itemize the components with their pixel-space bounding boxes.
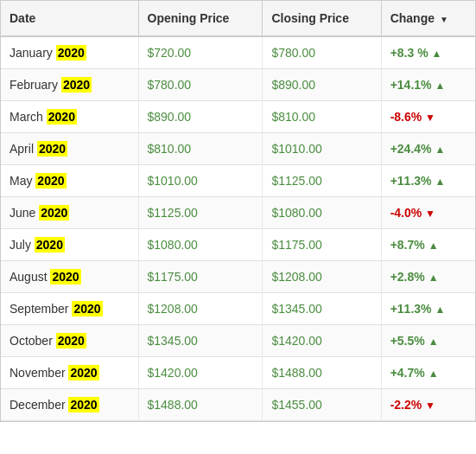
change-value: +14.1% ▲ xyxy=(390,78,446,92)
table-row: February 2020$780.00$890.00+14.1% ▲ xyxy=(1,69,475,101)
date-cell: October 2020 xyxy=(1,325,138,357)
year-label: 2020 xyxy=(56,333,86,348)
change-cell: +4.7% ▲ xyxy=(381,357,475,389)
table-row: October 2020$1345.00$1420.00+5.5% ▲ xyxy=(1,325,475,357)
opening-price-cell: $1208.00 xyxy=(138,293,263,325)
month-label: November xyxy=(10,366,68,380)
closing-price-cell: $780.00 xyxy=(263,36,381,69)
date-cell: February 2020 xyxy=(1,69,138,101)
date-cell: August 2020 xyxy=(1,261,138,293)
table-row: January 2020$720.00$780.00+8.3 % ▲ xyxy=(1,36,475,69)
table-row: July 2020$1080.00$1175.00+8.7% ▲ xyxy=(1,229,475,261)
year-label: 2020 xyxy=(35,237,65,253)
date-cell: December 2020 xyxy=(1,389,138,421)
up-arrow-icon: ▲ xyxy=(428,272,439,284)
month-label: December xyxy=(10,398,68,412)
change-cell: +11.3% ▲ xyxy=(381,293,475,325)
closing-price-cell: $1010.00 xyxy=(263,133,381,165)
change-value: +2.8% ▲ xyxy=(390,270,439,284)
up-arrow-icon: ▲ xyxy=(435,176,445,188)
month-label: October xyxy=(10,334,56,348)
change-cell: +8.3 % ▲ xyxy=(381,36,475,69)
table-row: June 2020$1125.00$1080.00-4.0% ▼ xyxy=(1,197,475,229)
date-cell: May 2020 xyxy=(1,165,138,197)
month-label: May xyxy=(10,174,35,188)
up-arrow-icon: ▲ xyxy=(428,368,439,380)
opening-price-cell: $1125.00 xyxy=(138,197,263,229)
change-cell: -4.0% ▼ xyxy=(381,197,475,229)
change-cell: +24.4% ▲ xyxy=(381,133,475,165)
month-label: April xyxy=(10,142,37,156)
closing-price-cell: $1488.00 xyxy=(263,357,381,389)
table-row: December 2020$1488.00$1455.00-2.2% ▼ xyxy=(1,389,475,421)
closing-price-cell: $1420.00 xyxy=(263,325,381,357)
opening-price-cell: $1345.00 xyxy=(138,325,263,357)
month-label: February xyxy=(10,78,61,92)
opening-price-cell: $1488.00 xyxy=(138,389,263,421)
year-label: 2020 xyxy=(39,205,69,221)
change-value: -8.6% ▼ xyxy=(390,110,435,124)
change-value: +8.7% ▲ xyxy=(390,238,439,252)
opening-price-cell: $720.00 xyxy=(138,36,263,69)
year-label: 2020 xyxy=(61,77,92,93)
table-header-row: Date Opening Price Closing Price Change … xyxy=(1,1,475,36)
table-row: November 2020$1420.00$1488.00+4.7% ▲ xyxy=(1,357,475,389)
change-cell: +14.1% ▲ xyxy=(381,69,475,101)
date-header[interactable]: Date xyxy=(1,1,138,36)
month-label: September xyxy=(10,302,72,316)
closing-price-cell: $1080.00 xyxy=(263,197,381,229)
up-arrow-icon: ▲ xyxy=(435,80,445,92)
closing-price-cell: $1125.00 xyxy=(263,165,381,197)
change-cell: +2.8% ▲ xyxy=(381,261,475,293)
month-label: March xyxy=(10,110,47,124)
year-label: 2020 xyxy=(37,141,67,157)
closing-price-cell: $1345.00 xyxy=(263,293,381,325)
year-label: 2020 xyxy=(47,109,77,125)
date-cell: April 2020 xyxy=(1,133,138,165)
up-arrow-icon: ▲ xyxy=(432,48,442,60)
up-arrow-icon: ▲ xyxy=(435,304,445,316)
date-cell: June 2020 xyxy=(1,197,138,229)
year-label: 2020 xyxy=(68,397,98,412)
change-value: +5.5% ▲ xyxy=(390,334,439,348)
table-row: May 2020$1010.00$1125.00+11.3% ▲ xyxy=(1,165,475,197)
year-label: 2020 xyxy=(50,269,80,285)
change-cell: +8.7% ▲ xyxy=(381,229,475,261)
change-header[interactable]: Change ▼ xyxy=(381,1,475,36)
change-value: +11.3% ▲ xyxy=(390,302,446,316)
year-label: 2020 xyxy=(56,45,86,61)
year-label: 2020 xyxy=(72,301,102,317)
change-cell: +11.3% ▲ xyxy=(381,165,475,197)
price-table-container: Date Opening Price Closing Price Change … xyxy=(0,0,476,422)
month-label: June xyxy=(10,206,39,220)
closing-price-cell: $1208.00 xyxy=(263,261,381,293)
year-label: 2020 xyxy=(35,173,66,189)
year-label: 2020 xyxy=(68,365,98,380)
opening-price-cell: $810.00 xyxy=(138,133,263,165)
table-row: September 2020$1208.00$1345.00+11.3% ▲ xyxy=(1,293,475,325)
opening-price-cell: $1010.00 xyxy=(138,165,263,197)
opening-price-cell: $890.00 xyxy=(138,101,263,133)
change-cell: +5.5% ▲ xyxy=(381,325,475,357)
month-label: January xyxy=(10,46,56,60)
up-arrow-icon: ▲ xyxy=(428,240,439,252)
date-cell: January 2020 xyxy=(1,36,138,69)
month-label: July xyxy=(10,238,35,252)
change-value: -2.2% ▼ xyxy=(390,398,435,412)
closing-price-cell: $1175.00 xyxy=(263,229,381,261)
change-value: +8.3 % ▲ xyxy=(390,46,442,60)
date-cell: November 2020 xyxy=(1,357,138,389)
date-cell: July 2020 xyxy=(1,229,138,261)
table-row: August 2020$1175.00$1208.00+2.8% ▲ xyxy=(1,261,475,293)
closing-price-cell: $810.00 xyxy=(263,101,381,133)
down-arrow-icon: ▼ xyxy=(425,208,435,220)
closing-price-cell: $1455.00 xyxy=(263,389,381,421)
change-value: +4.7% ▲ xyxy=(390,366,439,380)
sort-icon: ▼ xyxy=(440,15,448,24)
closing-price-header: Closing Price xyxy=(263,1,381,36)
change-value: +11.3% ▲ xyxy=(390,174,446,188)
change-cell: -2.2% ▼ xyxy=(381,389,475,421)
date-cell: September 2020 xyxy=(1,293,138,325)
opening-price-header: Opening Price xyxy=(138,1,263,36)
change-value: -4.0% ▼ xyxy=(390,206,435,220)
